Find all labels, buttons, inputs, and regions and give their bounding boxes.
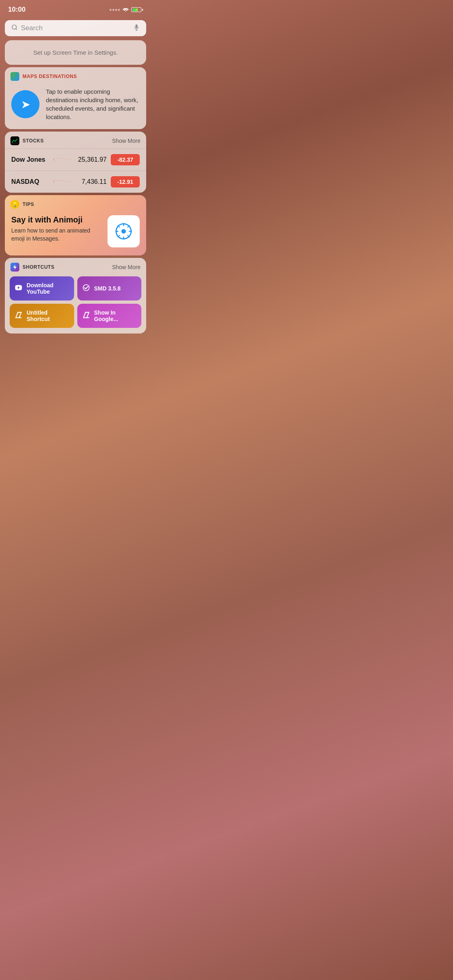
search-icon: [11, 24, 18, 32]
svg-line-9: [54, 158, 70, 160]
screen-time-widget[interactable]: Set up Screen Time in Settings.: [5, 40, 146, 65]
maps-location-icon: ➤: [11, 90, 39, 118]
untitled-icon: [14, 311, 23, 321]
tips-icon: 💡: [10, 200, 19, 209]
status-icons: ⚡: [110, 6, 143, 13]
status-time: 10:00: [8, 6, 25, 14]
maps-app-icon: [10, 72, 19, 81]
shortcuts-widget[interactable]: SHORTCUTS Show More Download YouTube: [5, 258, 146, 334]
shortcuts-grid: Download YouTube SMD 3.5.8: [5, 275, 146, 334]
svg-point-23: [83, 284, 89, 290]
shortcut-untitled[interactable]: Untitled Shortcut: [10, 304, 74, 328]
signal-icon: [110, 9, 120, 11]
shortcut-show-google-label: Show In Google...: [94, 309, 137, 322]
stocks-widget-title: STOCKS: [23, 138, 44, 144]
svg-line-11: [54, 180, 70, 182]
maps-widget[interactable]: MAPS DESTINATIONS ➤ Tap to enable upcomi…: [5, 67, 146, 129]
shortcuts-header: SHORTCUTS Show More: [5, 258, 146, 275]
svg-line-2: [16, 29, 17, 30]
battery-icon: ⚡: [131, 7, 143, 12]
shortcut-untitled-label: Untitled Shortcut: [27, 309, 69, 322]
svg-point-13: [121, 229, 126, 233]
shortcut-download-youtube-label: Download YouTube: [27, 282, 69, 295]
stock-chart-dow: [52, 154, 70, 166]
screen-time-text: Set up Screen Time in Settings.: [11, 46, 140, 59]
tips-widget[interactable]: 💡 TIPS Say it with Animoji Learn how to …: [5, 195, 146, 255]
stock-name-nasdaq: NASDAQ: [11, 178, 48, 185]
svg-line-26: [19, 312, 21, 317]
stock-change-dow: -82.37: [111, 154, 140, 165]
search-placeholder: Search: [21, 24, 130, 32]
tips-image: [108, 215, 140, 247]
search-bar[interactable]: Search: [5, 20, 146, 36]
stocks-header: STOCKS Show More: [5, 132, 146, 148]
wifi-icon: [122, 6, 129, 13]
status-bar: 10:00 ⚡: [0, 0, 151, 17]
maps-description: Tap to enable upcoming destinations incl…: [46, 87, 140, 121]
svg-line-8: [54, 159, 54, 161]
svg-line-28: [83, 312, 85, 317]
svg-point-1: [12, 25, 17, 29]
svg-line-24: [16, 312, 18, 317]
svg-line-30: [87, 312, 89, 317]
maps-widget-header: MAPS DESTINATIONS: [5, 67, 146, 84]
table-row[interactable]: NASDAQ 7,436.11 -12.91: [5, 171, 146, 193]
download-youtube-icon: [14, 284, 23, 294]
tips-header: 💡 TIPS: [5, 195, 146, 212]
smd-icon: [82, 284, 90, 294]
svg-marker-6: [15, 74, 18, 79]
svg-point-0: [125, 11, 126, 12]
maps-widget-title: MAPS DESTINATIONS: [23, 74, 77, 79]
table-row[interactable]: Dow Jones 25,361.97 -82.37: [5, 148, 146, 171]
stock-price-dow: 25,361.97: [74, 156, 107, 163]
svg-line-10: [54, 181, 54, 183]
tips-widget-title: TIPS: [23, 202, 34, 207]
stocks-app-icon: [10, 136, 19, 145]
shortcuts-widget-title: SHORTCUTS: [23, 264, 54, 270]
stock-chart-nasdaq: [52, 176, 70, 188]
stocks-widget[interactable]: STOCKS Show More Dow Jones 25,361.97 -82…: [5, 132, 146, 193]
shortcuts-app-icon: [10, 263, 19, 272]
shortcut-smd-label: SMD 3.5.8: [94, 285, 121, 292]
shortcut-show-google[interactable]: Show In Google...: [77, 304, 142, 328]
shortcut-download-youtube[interactable]: Download YouTube: [10, 276, 74, 301]
tips-heading: Say it with Animoji: [11, 215, 101, 224]
maps-content: ➤ Tap to enable upcoming destinations in…: [5, 84, 146, 129]
stock-change-nasdaq: -12.91: [111, 176, 140, 187]
tips-body: Learn how to send an animated emoji in M…: [11, 227, 101, 243]
shortcuts-show-more[interactable]: Show More: [112, 264, 141, 270]
tips-content: Say it with Animoji Learn how to send an…: [5, 212, 146, 255]
stock-name-dow: Dow Jones: [11, 156, 48, 163]
stocks-show-more[interactable]: Show More: [112, 138, 141, 144]
microphone-icon[interactable]: [133, 24, 140, 32]
show-google-icon: [82, 311, 90, 321]
shortcut-smd[interactable]: SMD 3.5.8: [77, 276, 142, 301]
stock-price-nasdaq: 7,436.11: [74, 178, 107, 185]
